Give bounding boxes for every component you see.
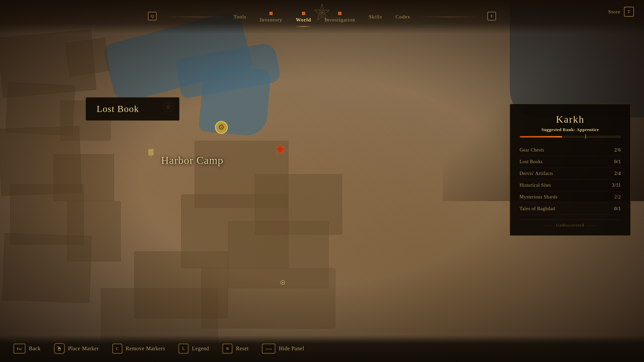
hide-panel-label: Hide Panel [279, 346, 304, 352]
e-key-badge: E [487, 12, 496, 20]
dash-key: — [262, 344, 275, 354]
r-key: R [222, 344, 232, 354]
nav-item-investigation[interactable]: Investigation [318, 8, 362, 25]
legend-action[interactable]: L Legend [178, 344, 209, 354]
esc-key: Esc [13, 344, 25, 354]
nav-item-skills[interactable]: Skills [362, 11, 389, 22]
hide-panel-action[interactable]: — Hide Panel [262, 344, 304, 354]
stat-row-tales-of-baghdad: Tales of Baghdad 0/1 [520, 203, 621, 215]
nav-item-world[interactable]: World [289, 8, 318, 25]
stat-row-dervis-artifacts: Dervis' Artifacts 2/4 [520, 168, 621, 180]
location-dot [280, 280, 285, 287]
nav-item-codex[interactable]: Codex [389, 11, 417, 22]
harbor-camp-label: Harbor Camp [161, 154, 223, 167]
remove-markers-label: Remove Markers [126, 346, 165, 352]
svg-text:⚙: ⚙ [218, 123, 225, 131]
nav-item-tools[interactable]: Tools [227, 11, 253, 22]
back-action[interactable]: Esc Back [13, 344, 41, 354]
player-marker: ⚙ [213, 119, 230, 137]
nav-item-inventory[interactable]: Inventory [253, 8, 289, 25]
world-diamond-icon [300, 10, 307, 17]
rank-progress-bar [520, 136, 621, 138]
lost-book-tooltip: Lost Book [86, 97, 179, 121]
place-marker-label: Place Marker [68, 346, 99, 352]
store-key-badge: T [624, 7, 634, 17]
nav-sep-right [419, 17, 479, 17]
stat-row-mysterious-shards: Mysterious Shards 2/2 [520, 191, 621, 203]
top-nav: Q Tools Inventory World Investigation Sk… [0, 0, 644, 34]
svg-point-10 [282, 282, 283, 283]
mouse-icon: 🖱 [54, 343, 65, 354]
inventory-diamond-icon [268, 10, 274, 17]
bottom-bar: Esc Back 🖱 Place Marker C Remove Markers… [0, 335, 644, 362]
investigation-diamond-icon [337, 10, 343, 17]
region-title: Karkh [520, 114, 621, 125]
store-button[interactable]: Store T [608, 7, 634, 17]
reset-action[interactable]: R Reset [222, 344, 249, 354]
c-key: C [112, 344, 122, 354]
store-label: Store [608, 9, 621, 15]
remove-markers-action[interactable]: C Remove Markers [112, 344, 165, 354]
back-label: Back [29, 346, 41, 352]
tooltip-title: Lost Book [97, 104, 168, 114]
target-marker [275, 144, 285, 156]
nav-item-q[interactable]: Q [141, 9, 163, 24]
stat-row-historical-sites: Historical Sites 3/11 [520, 180, 621, 191]
info-panel: Karkh Suggested Rank: Apprentice Gear Ch… [510, 104, 631, 236]
tooltip-ornament-icon [162, 100, 175, 115]
suggested-rank-text: Suggested Rank: Apprentice [520, 127, 621, 132]
nav-sep-left [165, 17, 225, 17]
rank-bar-fill [520, 136, 562, 137]
svg-marker-6 [275, 144, 285, 154]
place-marker-action[interactable]: 🖱 Place Marker [54, 343, 99, 354]
legend-label: Legend [192, 346, 209, 352]
stat-row-gear-chests: Gear Chests 2/6 [520, 144, 621, 156]
undiscovered-label: Undiscovered [520, 220, 621, 228]
q-key-badge: Q [148, 12, 157, 20]
rank-bar-marker [585, 134, 586, 139]
stat-row-lost-books: Lost Books 0/1 [520, 156, 621, 168]
l-key: L [178, 344, 189, 354]
nav-item-e[interactable]: E [481, 9, 503, 24]
svg-rect-7 [149, 149, 153, 155]
secondary-marker [148, 149, 154, 159]
reset-label: Reset [236, 346, 249, 352]
